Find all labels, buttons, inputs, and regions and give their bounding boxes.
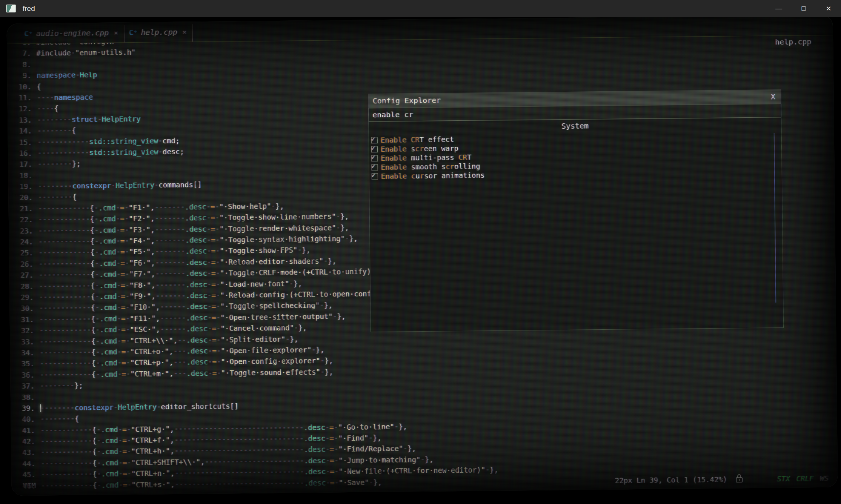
line-number: 41. bbox=[13, 425, 35, 436]
line-number: 9. bbox=[9, 70, 31, 81]
line-number: 34. bbox=[12, 347, 34, 359]
cursor-position-status: 22px Ln 39, Col 1 (15.42%) bbox=[615, 475, 727, 485]
option-label: Enable cursor animations bbox=[381, 171, 485, 180]
crt-bezel: 6.#include·"config.h"7.#include·"enum-ut… bbox=[0, 17, 841, 504]
tab-label: help.cpp bbox=[141, 28, 177, 37]
line-number: 8. bbox=[9, 59, 31, 71]
line-number: 32. bbox=[12, 325, 34, 337]
line-number: 36. bbox=[12, 369, 34, 381]
window-controls: — □ ✕ bbox=[766, 0, 841, 17]
checkbox[interactable]: ✓ bbox=[371, 155, 378, 161]
vim-mode-indicator: VIM bbox=[23, 481, 36, 490]
tab-help.cpp[interactable]: C⁺help.cpp✕ bbox=[124, 24, 193, 42]
checkmark-icon: ✓ bbox=[371, 153, 375, 161]
line-number: 37. bbox=[12, 381, 34, 392]
popup-body: System ✓Enable CRT effect✓Enable screen … bbox=[368, 117, 784, 332]
maximize-button[interactable]: □ bbox=[791, 0, 816, 17]
line-number: 23. bbox=[11, 225, 33, 237]
line-number: 40. bbox=[13, 414, 35, 425]
line-number: 15. bbox=[10, 137, 32, 148]
config-options-list: ✓Enable CRT effect✓Enable screen warp✓En… bbox=[369, 131, 782, 181]
line-number: 12. bbox=[10, 103, 32, 115]
line-number: 39. bbox=[13, 403, 35, 414]
line-number: 43. bbox=[13, 447, 35, 458]
line-number: 24. bbox=[11, 237, 33, 248]
line-number: 42. bbox=[13, 436, 35, 447]
line-number: 11. bbox=[9, 92, 31, 104]
line-number: 20. bbox=[11, 192, 32, 203]
lock-icon bbox=[735, 474, 743, 484]
window-titlebar: fred — □ ✕ bbox=[0, 0, 841, 17]
checkmark-icon: ✓ bbox=[371, 162, 375, 170]
option-label: Enable smooth scrolling bbox=[381, 162, 480, 171]
line-number: 31. bbox=[12, 314, 34, 326]
line-number: 17. bbox=[10, 159, 32, 170]
line-number: 38. bbox=[13, 392, 35, 403]
line-number: 16. bbox=[10, 148, 32, 159]
line-number: 7. bbox=[9, 48, 31, 59]
line-number: 44. bbox=[14, 458, 35, 470]
crt-screen: 6.#include·"config.h"7.#include·"enum-ut… bbox=[7, 15, 838, 496]
checkbox[interactable]: ✓ bbox=[371, 137, 378, 143]
close-button[interactable]: ✕ bbox=[816, 0, 841, 17]
line-number: 13. bbox=[10, 115, 32, 126]
line-number: 22. bbox=[11, 214, 33, 226]
line-number: 14. bbox=[10, 126, 32, 137]
flag-stx: STX bbox=[777, 475, 790, 483]
checkmark-icon: ✓ bbox=[371, 144, 375, 152]
line-number: 35. bbox=[12, 358, 34, 370]
option-label: Enable CRT effect bbox=[381, 135, 454, 144]
file-flags: STXCRLFWS bbox=[777, 474, 829, 483]
option-label: Enable multi-pass CRT bbox=[381, 153, 471, 163]
flag-crlf: CRLF bbox=[796, 474, 813, 482]
minimize-button[interactable]: — bbox=[766, 0, 791, 17]
window-title: fred bbox=[23, 5, 35, 13]
filename-overlay: help.cpp bbox=[775, 37, 812, 46]
line-number: 18. bbox=[11, 170, 32, 181]
line-number: 10. bbox=[9, 81, 31, 92]
tab-label: audio-engine.cpp bbox=[36, 28, 109, 38]
tab-audio-engine.cpp[interactable]: C⁺audio-engine.cpp✕ bbox=[20, 25, 125, 43]
checkmark-icon: ✓ bbox=[371, 135, 375, 143]
line-number: 19. bbox=[11, 181, 32, 192]
line-number: 27. bbox=[11, 270, 33, 281]
popup-close-icon[interactable]: X bbox=[771, 92, 775, 101]
config-explorer-popup: Config Explorer X enable cr System ✓Enab… bbox=[368, 89, 784, 332]
checkmark-icon: ✓ bbox=[372, 171, 375, 179]
line-number: 26. bbox=[11, 259, 33, 270]
section-header: System bbox=[369, 119, 781, 132]
line-number: 28. bbox=[12, 281, 34, 292]
flag-ws: WS bbox=[820, 474, 829, 482]
line-number: 25. bbox=[11, 247, 33, 259]
line-number: 21. bbox=[11, 203, 32, 215]
tab-close-icon[interactable]: ✕ bbox=[183, 28, 186, 36]
cpp-file-icon: C⁺ bbox=[129, 28, 137, 37]
popup-title: Config Explorer bbox=[373, 95, 441, 105]
cpp-file-icon: C⁺ bbox=[24, 29, 33, 38]
line-number: 45. bbox=[14, 469, 35, 481]
app-icon bbox=[6, 5, 16, 12]
checkbox[interactable]: ✓ bbox=[372, 173, 378, 180]
option-label: Enable screen warp bbox=[381, 144, 458, 153]
checkbox[interactable]: ✓ bbox=[371, 164, 378, 171]
line-number: 33. bbox=[12, 336, 34, 347]
checkbox[interactable]: ✓ bbox=[371, 146, 378, 152]
line-number: 29. bbox=[12, 292, 34, 303]
tab-close-icon[interactable]: ✕ bbox=[114, 29, 118, 36]
line-number: 30. bbox=[12, 303, 34, 314]
